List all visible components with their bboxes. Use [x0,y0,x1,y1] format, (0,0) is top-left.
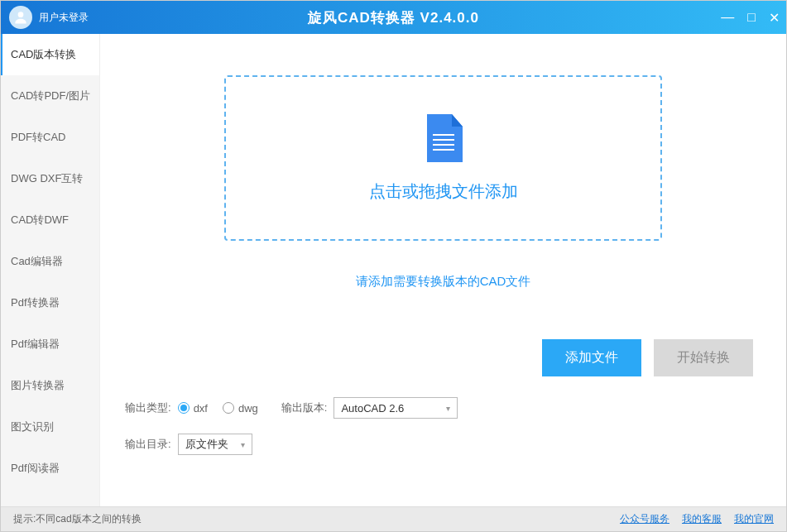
sidebar-item-cad-editor[interactable]: Cad编辑器 [1,241,99,282]
hint-text: 请添加需要转换版本的CAD文件 [125,274,761,290]
sidebar-item-pdf-converter[interactable]: Pdf转换器 [1,282,99,324]
sidebar-item-label: Pdf编辑器 [11,337,60,352]
chevron-down-icon: ▾ [446,404,450,413]
app-title: 旋风CAD转换器 V2.4.0.0 [308,8,479,27]
radio-icon [178,402,190,414]
person-icon [12,9,29,26]
document-icon [423,114,464,164]
output-type-radio-group: dxf dwg [178,402,258,415]
sidebar-item-pdf-editor[interactable]: Pdf编辑器 [1,324,99,365]
window-controls: — □ ✕ [721,10,780,26]
radio-text: dwg [238,402,258,415]
add-file-button[interactable]: 添加文件 [542,339,641,376]
output-type-label: 输出类型: [125,400,171,415]
svg-rect-4 [433,149,454,151]
file-dropzone[interactable]: 点击或拖拽文件添加 [224,75,662,241]
start-convert-button: 开始转换 [654,339,753,376]
sidebar-item-label: Pdf阅读器 [11,461,60,476]
sidebar-item-label: CAD转PDF/图片 [11,89,90,103]
content-area: CAD版本转换 CAD转PDF/图片 PDF转CAD DWG DXF互转 CAD… [1,34,786,506]
output-dir-select[interactable]: 原文件夹 ▾ [178,434,252,455]
sidebar-item-dwg-dxf-convert[interactable]: DWG DXF互转 [1,158,99,199]
link-official-account[interactable]: 公众号服务 [620,512,669,526]
output-dir-label: 输出目录: [125,437,171,452]
close-button[interactable]: ✕ [769,10,780,26]
minimize-button[interactable]: — [721,10,734,25]
link-customer-service[interactable]: 我的客服 [682,512,722,526]
output-version-select[interactable]: AutoCAD 2.6 ▾ [334,397,458,419]
status-links: 公众号服务 我的客服 我的官网 [620,512,774,526]
app-window: 用户未登录 旋风CAD转换器 V2.4.0.0 — □ ✕ CAD版本转换 CA… [0,0,787,532]
sidebar-item-cad-to-dwf[interactable]: CAD转DWF [1,199,99,241]
statusbar: 提示:不同cad版本之间的转换 公众号服务 我的客服 我的官网 [1,506,786,531]
radio-text: dxf [194,402,208,415]
radio-dxf[interactable]: dxf [178,402,208,415]
sidebar-item-label: 图文识别 [11,419,54,434]
sidebar-item-label: PDF转CAD [11,130,65,145]
sidebar-item-label: DWG DXF互转 [11,171,83,186]
svg-rect-1 [433,134,454,136]
sidebar-item-cad-version-convert[interactable]: CAD版本转换 [1,34,99,75]
sidebar-item-cad-to-pdf-image[interactable]: CAD转PDF/图片 [1,75,99,117]
svg-point-0 [18,12,24,17]
select-value: 原文件夹 [185,437,228,452]
svg-rect-2 [433,139,454,141]
sidebar-item-label: Pdf转换器 [11,295,60,310]
output-dir-row: 输出目录: 原文件夹 ▾ [125,434,761,455]
output-type-row: 输出类型: dxf dwg 输出版本: AutoCAD 2.6 [125,397,761,419]
user-status-label[interactable]: 用户未登录 [39,11,89,25]
titlebar[interactable]: 用户未登录 旋风CAD转换器 V2.4.0.0 — □ ✕ [1,1,786,34]
sidebar-item-label: 图片转换器 [11,378,65,393]
sidebar-item-label: CAD版本转换 [11,47,76,62]
main-panel: 点击或拖拽文件添加 请添加需要转换版本的CAD文件 添加文件 开始转换 输出类型… [100,34,786,506]
sidebar-item-pdf-to-cad[interactable]: PDF转CAD [1,117,99,158]
svg-rect-3 [433,144,454,146]
sidebar-item-pdf-reader[interactable]: Pdf阅读器 [1,448,99,489]
radio-icon [223,402,234,414]
output-options: 输出类型: dxf dwg 输出版本: AutoCAD 2.6 [125,397,761,455]
user-avatar[interactable] [9,6,32,29]
sidebar-item-image-converter[interactable]: 图片转换器 [1,365,99,406]
select-value: AutoCAD 2.6 [341,402,404,415]
chevron-down-icon: ▾ [241,440,245,449]
sidebar: CAD版本转换 CAD转PDF/图片 PDF转CAD DWG DXF互转 CAD… [1,34,100,506]
dropzone-text: 点击或拖拽文件添加 [369,180,518,203]
sidebar-item-label: Cad编辑器 [11,254,63,269]
sidebar-item-ocr[interactable]: 图文识别 [1,406,99,448]
output-version-label: 输出版本: [281,400,328,415]
sidebar-item-label: CAD转DWF [11,213,69,228]
status-tip: 提示:不同cad版本之间的转换 [13,512,142,526]
action-buttons: 添加文件 开始转换 [125,339,761,376]
link-official-site[interactable]: 我的官网 [734,512,774,526]
radio-dwg[interactable]: dwg [223,402,258,415]
maximize-button[interactable]: □ [747,10,756,25]
